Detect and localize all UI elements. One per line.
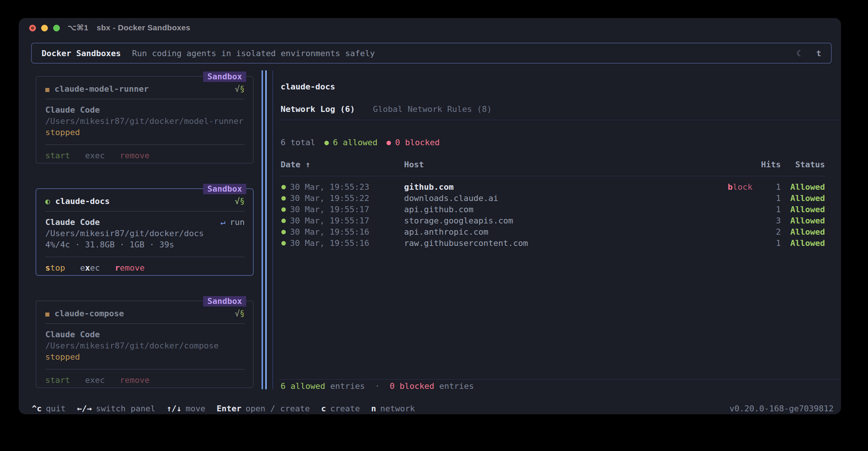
- workdir-path: /Users/mikesir87/git/docker/docs: [45, 228, 245, 239]
- agent-name: Claude Code: [45, 217, 100, 228]
- column-host[interactable]: Host: [404, 159, 424, 170]
- sandbox-state: stopped: [45, 127, 245, 138]
- tab-global-network-rules[interactable]: Global Network Rules (8): [373, 104, 492, 115]
- shortcut-network: nnetwork: [371, 403, 415, 414]
- tabs-divider: [279, 120, 840, 120]
- start-button[interactable]: start: [45, 150, 70, 161]
- zoom-button[interactable]: [53, 25, 60, 31]
- capability-icons: √§: [235, 308, 245, 319]
- column-date[interactable]: Date ↑: [281, 159, 310, 170]
- card-title-row: ■claude-model-runner √§: [45, 83, 245, 95]
- section-icon: §: [240, 309, 245, 318]
- table-header-divider: [279, 176, 825, 176]
- detail-tabs: Network Log (6) Global Network Rules (8): [281, 104, 492, 115]
- stopped-square-icon: ■: [45, 310, 49, 318]
- card-actions: stop exec remove: [45, 262, 245, 274]
- sandbox-badge: Sandbox: [203, 71, 246, 82]
- status-badge: Allowed: [780, 193, 825, 204]
- card-actions: start exec remove: [45, 150, 245, 161]
- sandbox-name: claude-model-runner: [55, 84, 149, 94]
- blocked-entries-count: 0 blocked: [389, 381, 434, 391]
- sandbox-card-claude-model-runner[interactable]: Sandbox ■claude-model-runner √§ Claude C…: [36, 76, 254, 164]
- tab-shortcut: ⌥⌘1: [67, 23, 88, 32]
- terminal-window: ⌥⌘1sbx - Docker Sandboxes Docker Sandbox…: [19, 18, 841, 414]
- table-row[interactable]: 30 Mar, 19:55:16 raw.githubusercontent.c…: [281, 238, 825, 249]
- capability-icons: √§: [235, 83, 245, 95]
- divider: [45, 323, 245, 324]
- agent-row: Claude Code: [45, 329, 245, 340]
- allowed-dot-icon: [281, 185, 286, 189]
- stop-button[interactable]: stop: [45, 262, 65, 274]
- close-button[interactable]: [29, 25, 36, 31]
- shortcut-move: ↑/↓move: [166, 403, 205, 414]
- tab-network-log[interactable]: Network Log (6): [281, 104, 355, 115]
- running-half-circle-icon: ◐: [45, 197, 50, 206]
- shortcut-quit: ^cquit: [32, 403, 65, 414]
- enter-key-icon: ↵: [220, 217, 225, 228]
- allowed-count: 6 allowed: [324, 137, 378, 148]
- exec-button[interactable]: exec: [80, 262, 100, 274]
- card-actions: start exec remove: [45, 375, 245, 386]
- start-button[interactable]: start: [45, 375, 70, 386]
- allowed-entries-count: 6 allowed: [281, 381, 325, 391]
- remove-button[interactable]: remove: [120, 375, 149, 386]
- entries-footer: 6 allowed entries · 0 blocked entries: [281, 381, 474, 392]
- remove-button[interactable]: remove: [120, 150, 149, 161]
- panel-divider: [272, 70, 273, 389]
- sandbox-card-claude-docs[interactable]: Sandbox ◐claude-docs √§ Claude Code ↵ ru…: [36, 188, 254, 276]
- table-row[interactable]: 30 Mar, 19:55:23 github.com block 1 Allo…: [281, 182, 825, 193]
- root-check-icon: √: [235, 309, 240, 318]
- root-check-icon: √: [235, 84, 240, 94]
- shortcut-switch-panel: ←/→switch panel: [77, 403, 155, 414]
- table-row[interactable]: 30 Mar, 19:55:17 api.github.com 1 Allowe…: [281, 204, 825, 215]
- sandbox-state: stopped: [45, 351, 245, 363]
- allowed-dot-icon: [324, 141, 329, 145]
- column-status[interactable]: Status: [795, 159, 825, 170]
- root-check-icon: √: [235, 196, 240, 206]
- blocked-count: 0 blocked: [386, 137, 440, 148]
- detail-title: claude-docs: [281, 81, 335, 92]
- block-button[interactable]: block: [728, 182, 752, 193]
- divider: [45, 99, 245, 99]
- shortcut-create: ccreate: [321, 403, 360, 414]
- allowed-dot-icon: [281, 219, 286, 223]
- blocked-dot-icon: [386, 141, 391, 145]
- workdir-path: /Users/mikesir87/git/docker/model-runner: [45, 116, 245, 127]
- section-icon: §: [240, 196, 245, 206]
- divider: [45, 211, 245, 211]
- allowed-dot-icon: [281, 241, 286, 246]
- card-title-row: ■claude-compose √§: [45, 308, 245, 319]
- allowed-dot-icon: [281, 196, 286, 201]
- run-hint[interactable]: run: [230, 217, 245, 228]
- status-badge: Allowed: [780, 204, 825, 215]
- shortcut-open-create: Enteropen / create: [217, 403, 310, 414]
- table-row[interactable]: 30 Mar, 19:55:22 downloads.claude.ai 1 A…: [281, 193, 825, 204]
- titlebar: ⌥⌘1sbx - Docker Sandboxes: [19, 18, 841, 37]
- status-badge: Allowed: [780, 182, 825, 193]
- shortcut-bar: ^cquit ←/→switch panel ↑/↓move Enteropen…: [32, 403, 834, 414]
- remove-button[interactable]: remove: [115, 262, 144, 274]
- minimize-button[interactable]: [41, 25, 48, 31]
- table-row[interactable]: 30 Mar, 19:55:16 api.anthropic.com 2 All…: [281, 226, 825, 238]
- resource-stats: 4%/4c · 31.8GB · 1GB · 39s: [45, 239, 245, 250]
- card-title-row: ◐claude-docs √§: [45, 196, 245, 207]
- exec-button[interactable]: exec: [85, 375, 105, 386]
- exec-button[interactable]: exec: [85, 150, 105, 161]
- theme-key-hint[interactable]: t: [816, 49, 821, 58]
- status-badge: Allowed: [780, 226, 825, 238]
- allowed-dot-icon: [281, 230, 286, 234]
- column-hits[interactable]: Hits: [761, 159, 781, 170]
- status-badge: Allowed: [780, 238, 825, 249]
- window-title-text: sbx - Docker Sandboxes: [97, 23, 190, 32]
- divider: [45, 257, 245, 257]
- table-row[interactable]: 30 Mar, 19:55:17 storage.googleapis.com …: [281, 215, 825, 226]
- moon-icon[interactable]: ☾: [797, 49, 801, 58]
- status-badge: Allowed: [780, 215, 825, 226]
- sandbox-card-claude-compose[interactable]: Sandbox ■claude-compose √§ Claude Code /…: [36, 301, 254, 388]
- panel-scrollbar[interactable]: [262, 70, 267, 389]
- sandbox-name: claude-docs: [55, 196, 110, 206]
- agent-row: Claude Code: [45, 104, 245, 116]
- table-header: Date ↑ Host Hits Status: [281, 159, 825, 170]
- sandbox-badge: Sandbox: [203, 296, 246, 307]
- sandbox-name: claude-compose: [55, 309, 124, 318]
